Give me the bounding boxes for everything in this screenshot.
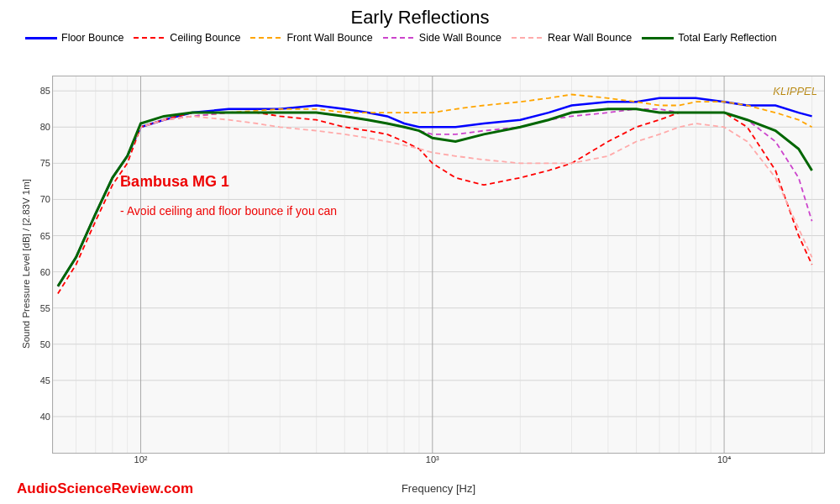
legend: Floor Bounce Ceiling Bounce Front Wall B…: [0, 29, 840, 47]
chart-title: Early Reflections: [0, 0, 840, 29]
legend-total-label: Total Early Reflection: [678, 32, 776, 44]
chart-container: Early Reflections Floor Bounce Ceiling B…: [0, 0, 840, 504]
svg-rect-4: [53, 76, 824, 453]
legend-ceiling-bounce: Ceiling Bounce: [134, 32, 240, 44]
legend-floor-bounce: Floor Bounce: [25, 32, 123, 44]
legend-ceiling-bounce-label: Ceiling Bounce: [170, 32, 240, 44]
legend-rear-wall-label: Rear Wall Bounce: [548, 32, 632, 44]
plot-area: KLIPPEL Bambusa MG 1 - Avoid ceiling and…: [52, 76, 825, 454]
legend-side-wall-label: Side Wall Bounce: [419, 32, 501, 44]
legend-front-wall: Front Wall Bounce: [250, 32, 372, 44]
y-axis-label-container: Sound Pressure Level [dB] / [2.83V 1m]: [0, 76, 52, 454]
x-tick: 10³: [426, 453, 439, 465]
legend-total: Total Early Reflection: [642, 32, 776, 44]
legend-rear-wall: Rear Wall Bounce: [512, 32, 632, 44]
legend-side-wall: Side Wall Bounce: [383, 32, 501, 44]
legend-floor-bounce-label: Floor Bounce: [61, 32, 123, 44]
x-tick: 10²: [134, 453, 148, 465]
x-tick: 10⁴: [717, 453, 731, 465]
watermark: AudioScienceReview.com: [17, 480, 193, 497]
legend-front-wall-label: Front Wall Bounce: [286, 32, 372, 44]
y-axis-label: Sound Pressure Level [dB] / [2.83V 1m]: [21, 181, 31, 349]
